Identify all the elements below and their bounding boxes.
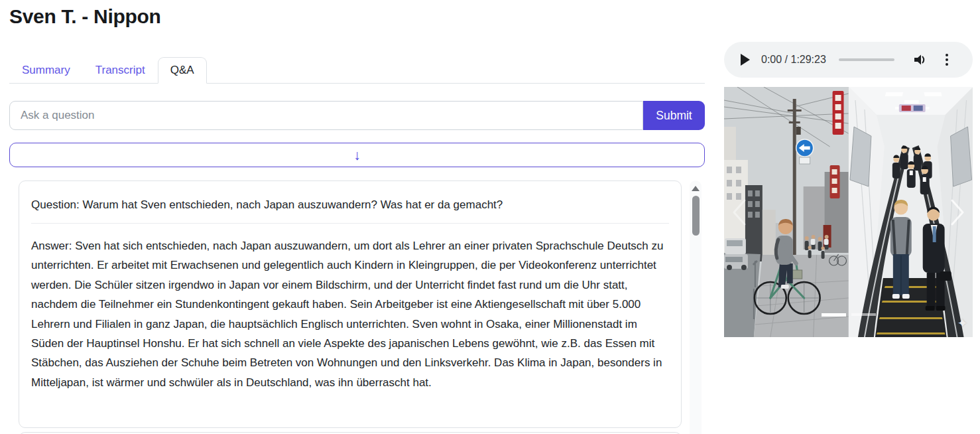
qa-answer: Answer: Sven hat sich entschieden, nach … [31,236,669,392]
chevron-right-icon [949,198,965,227]
carousel-indicators [724,313,973,317]
tab-summary[interactable]: Summary [9,57,83,84]
previous-slide-button[interactable] [724,87,755,337]
sparkle-icon: ✦ [957,315,968,331]
qa-list: Question: Warum hat Sven entschieden, na… [19,181,682,434]
question-answer-divider [31,223,669,224]
indicator-slide-1[interactable] [822,313,846,317]
volume-icon[interactable] [913,53,928,66]
page-title: Sven T. - Nippon [9,5,161,28]
play-icon[interactable] [741,54,750,66]
scrollbar-thumb[interactable] [692,196,700,236]
carousel-slides [724,87,973,337]
tab-bar: Summary Transcript Q&A [9,56,705,84]
audio-time: 0:00 / 1:29:23 [761,54,826,66]
submit-button[interactable]: Submit [643,101,705,130]
audio-seekbar[interactable] [839,58,894,61]
scroll-down-button[interactable]: ↓ [9,143,705,167]
chevron-left-icon [731,198,747,227]
tab-transcript[interactable]: Transcript [83,57,158,84]
audio-player[interactable]: 0:00 / 1:29:23 [724,42,973,78]
scroll-up-icon[interactable] [692,186,700,191]
arrow-down-icon: ↓ [353,148,361,162]
qa-question: Question: Warum hat Sven entschieden, na… [31,198,669,212]
qa-scrollbar[interactable] [690,181,702,434]
tab-qa[interactable]: Q&A [158,57,207,84]
qa-card: Question: Warum hat Sven entschieden, na… [19,181,682,428]
image-carousel: ✦ [724,87,973,337]
overflow-menu-icon[interactable] [946,54,948,66]
indicator-slide-2[interactable] [851,313,876,316]
question-input[interactable] [9,101,643,130]
next-slide-button[interactable] [942,87,973,337]
ask-question-form: Submit [9,101,705,130]
